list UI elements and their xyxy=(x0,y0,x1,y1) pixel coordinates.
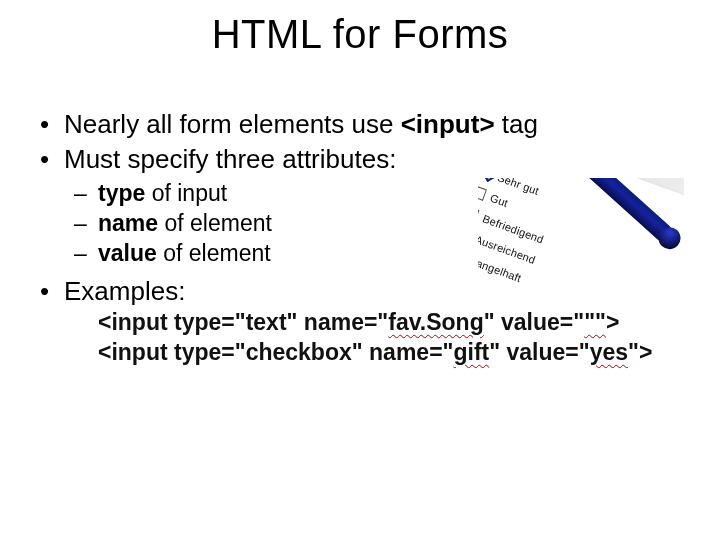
keyword: name xyxy=(98,210,158,236)
decorative-photo: wertung Sehr gut Gut Befriedigend Ausrei… xyxy=(478,178,684,312)
text: Examples: xyxy=(64,276,185,306)
text: Must specify three attributes: xyxy=(64,144,396,174)
text: of element xyxy=(157,240,271,266)
checkbox-icon xyxy=(478,206,479,221)
code-text: > xyxy=(606,309,619,335)
code-line: <input type="text" name="fav.Song" value… xyxy=(98,308,690,337)
code-line: <input type="checkbox" name="gift" value… xyxy=(98,338,690,367)
slide-title: HTML for Forms xyxy=(0,12,720,57)
code-text: " value=" xyxy=(489,339,589,365)
keyword: value xyxy=(98,240,157,266)
spellcheck-word: "" xyxy=(584,309,606,335)
code-text: <input type="text" name=" xyxy=(98,309,388,335)
text: of input xyxy=(145,180,227,206)
text: Nearly all form elements use xyxy=(64,109,401,139)
code-text: "> xyxy=(628,339,652,365)
survey-label: Sehr gut xyxy=(496,178,541,197)
spellcheck-word: fav.Song xyxy=(388,309,483,335)
code-text: <input type="checkbox" name=" xyxy=(98,339,453,365)
checkbox-icon xyxy=(479,178,494,180)
text: of element xyxy=(158,210,272,236)
inline-code: <input> xyxy=(401,109,495,139)
survey-label: Gut xyxy=(489,192,510,210)
text: tag xyxy=(495,109,538,139)
bullet-item: Nearly all form elements use <input> tag xyxy=(30,108,690,141)
code-text: " value=" xyxy=(484,309,584,335)
slide: HTML for Forms Nearly all form elements … xyxy=(0,0,720,540)
keyword: type xyxy=(98,180,145,206)
spellcheck-word: gift xyxy=(453,339,489,365)
survey-row: Gut xyxy=(478,186,510,210)
code-example: <input type="text" name="fav.Song" value… xyxy=(98,308,690,367)
checkbox-icon xyxy=(478,186,487,201)
spellcheck-word: yes xyxy=(590,339,628,365)
